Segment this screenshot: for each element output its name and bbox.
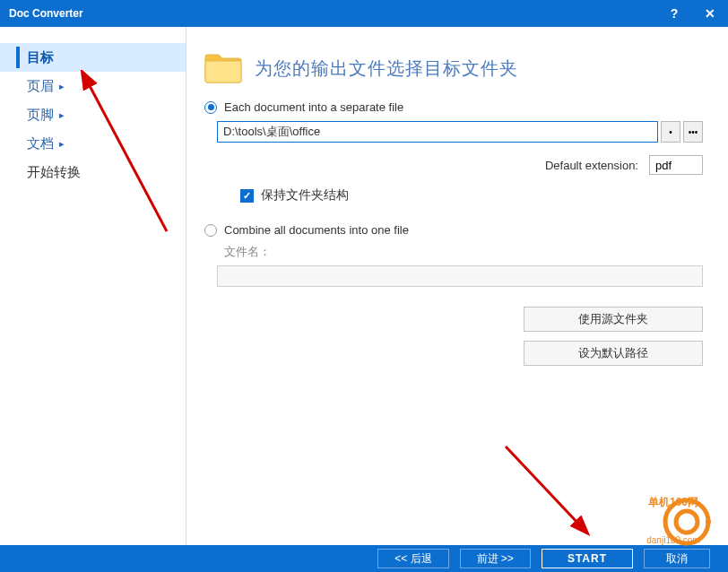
action-button-group: 使用源文件夹 设为默认路径 — [204, 307, 703, 366]
keep-structure-checkbox[interactable]: ✓ — [240, 189, 254, 203]
sidebar: 目标 页眉 ▸ 页脚 ▸ 文档 ▸ 开始转换 — [0, 27, 186, 545]
sidebar-item-header[interactable]: 页眉 ▸ — [0, 72, 186, 100]
filename-label: 文件名： — [224, 244, 703, 260]
back-label: << 后退 — [394, 551, 431, 567]
radio-combine-row[interactable]: Combine all documents into one file — [204, 223, 703, 237]
use-source-folder-button[interactable]: 使用源文件夹 — [524, 307, 703, 332]
radio-separate-row[interactable]: Each document into a separate file — [204, 100, 703, 114]
forward-label: 前进 >> — [477, 551, 514, 567]
filename-input — [217, 265, 703, 287]
titlebar: Doc Converter ? ✕ — [0, 0, 728, 27]
keep-structure-row[interactable]: ✓ 保持文件夹结构 — [240, 187, 703, 204]
start-label: START — [568, 552, 607, 565]
page-title: 为您的输出文件选择目标文件夹 — [255, 56, 518, 81]
back-button[interactable]: << 后退 — [377, 549, 448, 568]
sidebar-item-target[interactable]: 目标 — [0, 43, 186, 72]
radio-separate[interactable] — [204, 101, 217, 114]
help-button[interactable]: ? — [656, 0, 692, 27]
window-title: Doc Converter — [9, 7, 83, 20]
forward-button[interactable]: 前进 >> — [460, 549, 531, 568]
cancel-label: 取消 — [666, 551, 688, 567]
folder-icon — [204, 52, 242, 84]
use-source-folder-label: 使用源文件夹 — [578, 311, 648, 327]
cancel-button[interactable]: 取消 — [644, 549, 710, 568]
start-button[interactable]: START — [542, 549, 633, 568]
radio-combine[interactable] — [204, 224, 217, 237]
default-extension-row: Default extension: — [204, 155, 703, 175]
radio-separate-label: Each document into a separate file — [224, 100, 403, 114]
help-icon: ? — [671, 6, 679, 21]
default-extension-input[interactable] — [649, 155, 703, 175]
close-icon: ✕ — [705, 6, 715, 21]
default-extension-label: Default extension: — [545, 159, 638, 172]
content-area: 目标 页眉 ▸ 页脚 ▸ 文档 ▸ 开始转换 为您的输 — [0, 27, 728, 545]
output-path-input[interactable] — [217, 121, 658, 143]
set-default-path-button[interactable]: 设为默认路径 — [524, 341, 703, 366]
footer-bar: << 后退 前进 >> START 取消 — [0, 545, 728, 572]
ellipsis-icon: ••• — [689, 127, 698, 137]
keep-structure-label: 保持文件夹结构 — [261, 187, 349, 204]
path-clear-button[interactable]: • — [661, 121, 680, 143]
sidebar-item-label: 开始转换 — [27, 164, 81, 181]
sidebar-item-label: 目标 — [27, 49, 54, 66]
close-button[interactable]: ✕ — [692, 0, 728, 27]
chevron-right-icon: ▸ — [59, 138, 65, 150]
sidebar-item-document[interactable]: 文档 ▸ — [0, 129, 186, 158]
sidebar-item-label: 文档 — [27, 135, 54, 152]
chevron-right-icon: ▸ — [59, 109, 65, 121]
main-panel: 为您的输出文件选择目标文件夹 Each document into a sepa… — [186, 27, 728, 545]
radio-combine-label: Combine all documents into one file — [224, 223, 409, 237]
svg-rect-1 — [205, 61, 241, 82]
sidebar-item-footer[interactable]: 页脚 ▸ — [0, 100, 186, 129]
chevron-right-icon: ▸ — [59, 81, 65, 92]
dot-icon: • — [669, 127, 672, 137]
set-default-path-label: 设为默认路径 — [578, 345, 648, 361]
path-browse-button[interactable]: ••• — [683, 121, 703, 143]
sidebar-item-label: 页脚 — [27, 107, 54, 124]
sidebar-item-label: 页眉 — [27, 78, 54, 95]
page-header: 为您的输出文件选择目标文件夹 — [204, 52, 703, 84]
sidebar-item-start-convert[interactable]: 开始转换 — [0, 158, 186, 186]
path-row: • ••• — [217, 121, 703, 143]
